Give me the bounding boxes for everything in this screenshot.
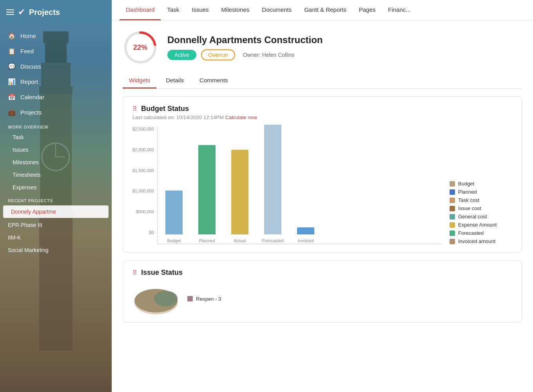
recent-project-donnely[interactable]: Donnely Appartme <box>3 205 109 218</box>
recent-project-social[interactable]: Social Marketing <box>0 244 112 256</box>
sidebar-item-report[interactable]: 📊 Report <box>0 74 112 89</box>
hamburger-icon[interactable] <box>6 9 14 15</box>
bar-forecasted: Forecasted <box>264 125 281 234</box>
sidebar-item-calendar-label: Calendar <box>20 94 44 100</box>
budget-widget-title: Budget Status <box>141 105 189 113</box>
status-active-badge: Active <box>167 50 196 60</box>
budget-chart-container: $2,500,000 $2,000,000 $1,500,000 $1,000,… <box>132 127 512 244</box>
legend-issue-cost: Issue cost <box>450 205 512 211</box>
recent-projects-label: RECENT PROJECTS <box>0 194 112 205</box>
work-item-expenses[interactable]: Expenses <box>0 181 112 194</box>
bar-chart-area: $2,500,000 $2,000,000 $1,500,000 $1,000,… <box>132 127 442 244</box>
subtab-details[interactable]: Details <box>160 73 190 89</box>
work-item-timesheets[interactable]: Timesheets <box>0 169 112 181</box>
subtab-widgets[interactable]: Widgets <box>123 73 156 89</box>
legend-forecasted-color <box>450 230 455 236</box>
sidebar-header: ✔ Projects <box>0 0 112 24</box>
sidebar-item-discuss[interactable]: 💬 Discuss <box>0 59 112 74</box>
recent-project-iim[interactable]: IIM-K <box>0 231 112 244</box>
legend-expense-amount: Expense Amount <box>450 222 512 228</box>
work-overview-label: WORK OVERVIEW <box>0 120 112 131</box>
chart-legend: Budget Planned Task cost Issue cost <box>450 177 512 244</box>
legend-forecasted: Forecasted <box>450 230 512 236</box>
legend-budget-color <box>450 181 455 187</box>
legend-invoiced-label: Invoiced amount <box>458 238 495 244</box>
sidebar-item-home-label: Home <box>20 33 36 39</box>
sidebar-item-calendar[interactable]: 📅 Calendar <box>0 89 112 105</box>
bar-invoiced-fill <box>297 227 314 234</box>
legend-invoiced-amount: Invoiced amount <box>450 238 512 244</box>
status-overrun-badge: Overrun <box>201 49 235 60</box>
bar-invoiced-label: Invoiced <box>298 238 314 243</box>
bar-planned: Planned <box>198 145 216 234</box>
work-item-issues[interactable]: Issues <box>0 143 112 156</box>
bar-planned-label: Planned <box>199 238 215 243</box>
projects-icon: 💼 <box>8 109 16 116</box>
y-label-1000k: $1,000,000 <box>132 189 154 193</box>
progress-value: 22% <box>133 44 147 52</box>
progress-circle: 22% <box>123 30 158 65</box>
bar-actual-fill <box>231 150 248 234</box>
project-info: Donnelly Apartments Construction Active … <box>167 34 522 60</box>
tab-gantt[interactable]: Gantt & Reports <box>298 0 353 20</box>
report-icon: 📊 <box>8 78 16 85</box>
svg-point-14 <box>154 291 178 307</box>
sidebar-item-home[interactable]: 🏠 Home <box>0 28 112 44</box>
legend-task-cost-label: Task cost <box>458 197 479 203</box>
sidebar-item-feed-label: Feed <box>20 48 34 54</box>
top-nav: Dashboard Task Issues Milestones Documen… <box>112 0 533 20</box>
budget-subtitle: Last calculated on: 10/14/2020 12:14PM C… <box>132 114 512 120</box>
feed-icon: 📋 <box>8 47 16 55</box>
work-item-task[interactable]: Task <box>0 131 112 143</box>
tab-task[interactable]: Task <box>161 0 185 20</box>
discuss-icon: 💬 <box>8 63 16 70</box>
legend-planned-label: Planned <box>458 189 477 195</box>
main-content: Dashboard Task Issues Milestones Documen… <box>112 0 533 392</box>
tab-pages[interactable]: Pages <box>353 0 382 20</box>
issue-widget: ⠿ Issue Status Reopen - 3 <box>123 260 522 323</box>
legend-issue-cost-label: Issue cost <box>458 205 481 211</box>
project-name: Donnelly Apartments Construction <box>167 34 522 45</box>
tab-issues[interactable]: Issues <box>185 0 215 20</box>
project-header: 22% Donnelly Apartments Construction Act… <box>123 30 522 65</box>
sidebar-item-feed[interactable]: 📋 Feed <box>0 44 112 59</box>
legend-reopen-color <box>187 296 193 301</box>
legend-reopen: Reopen - 3 <box>187 296 221 302</box>
budget-widget: ⠿ Budget Status Last calculated on: 10/1… <box>123 96 522 252</box>
bar-actual: Actual <box>231 150 248 234</box>
legend-budget-label: Budget <box>458 181 474 187</box>
legend-planned: Planned <box>450 189 512 195</box>
owner-text: Owner: Helen Collins <box>243 52 295 58</box>
y-label-2000k: $2,000,000 <box>132 147 154 152</box>
bars-group: Budget Planned Actual <box>157 127 442 244</box>
sidebar-item-report-label: Report <box>20 78 38 85</box>
legend-task-cost: Task cost <box>450 197 512 203</box>
sidebar-item-projects[interactable]: 💼 Projects <box>0 105 112 120</box>
legend-invoiced-color <box>450 239 455 244</box>
home-icon: 🏠 <box>8 32 16 40</box>
tab-finance[interactable]: Financ... <box>382 0 417 20</box>
sidebar-nav: 🏠 Home 📋 Feed 💬 Discuss 📊 Report 📅 Calen… <box>0 24 112 392</box>
bar-planned-fill <box>198 145 216 234</box>
work-item-milestones[interactable]: Milestones <box>0 156 112 169</box>
tab-dashboard[interactable]: Dashboard <box>120 0 161 20</box>
bar-budget-fill <box>165 191 183 234</box>
issue-pie-chart <box>132 283 179 314</box>
bar-forecasted-fill <box>264 125 281 234</box>
tab-milestones[interactable]: Milestones <box>215 0 256 20</box>
bar-budget-label: Budget <box>167 238 181 243</box>
logo-icon: ✔ <box>18 7 25 17</box>
issue-content: Reopen - 3 <box>132 283 512 314</box>
y-label-2500k: $2,500,000 <box>132 127 154 131</box>
tab-documents[interactable]: Documents <box>256 0 298 20</box>
calculate-now-link[interactable]: Calculate now <box>225 114 257 120</box>
bar-forecasted-label: Forecasted <box>262 238 284 243</box>
recent-project-epr[interactable]: EPR Phase III <box>0 219 112 231</box>
bar-invoiced: Invoiced <box>297 227 314 234</box>
legend-budget: Budget <box>450 181 512 187</box>
issue-legend: Reopen - 3 <box>187 296 221 302</box>
subtab-comments[interactable]: Comments <box>193 73 234 89</box>
issue-drag-icon: ⠿ <box>132 269 137 276</box>
drag-icon: ⠿ <box>132 105 137 113</box>
legend-general-cost-color <box>450 214 455 220</box>
